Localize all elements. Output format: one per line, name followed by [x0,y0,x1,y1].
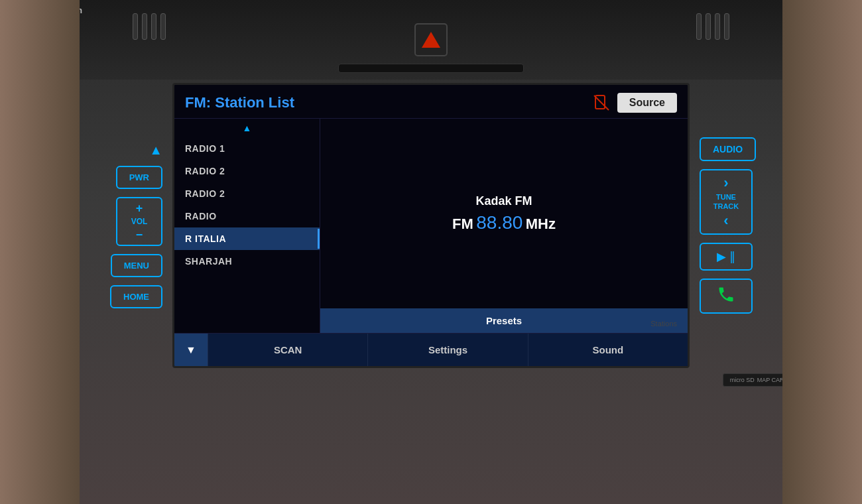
screen-header: FM: Station List Source [174,85,688,119]
header-right: Source [592,93,677,113]
tune-track-group: › TUNETRACK ‹ [700,169,753,234]
freq-unit: MHz [526,216,556,232]
hazard-triangle-icon [422,32,440,48]
vol-label: VOL [131,217,148,226]
vol-group: + VOL − [116,197,162,246]
now-playing: Kadak FM FM 88.80 MHz [320,119,688,308]
play-pause-button[interactable]: ▶ ‖ [700,243,753,271]
settings-button[interactable]: Settings [367,334,527,367]
scroll-down-button[interactable]: ▼ [174,334,208,367]
right-controls: AUDIO › TUNETRACK ‹ ▶ ‖ [690,137,796,313]
vol-down-button[interactable]: − [136,229,143,241]
home-button[interactable]: HOME [110,285,162,308]
no-phone-icon [592,94,611,112]
vol-up-button[interactable]: + [136,202,143,214]
top-bar: © DUBICARS.com [0,0,862,80]
micro-sd-label: micro SD [730,377,755,383]
left-controls: ▲ PWR + VOL − MENU HOME [66,143,172,308]
source-button[interactable]: Source [617,93,677,113]
watermark: © DUBICARS.com [8,5,82,15]
map-card-label: MAP CARD [757,377,788,383]
screen-container: FM: Station List Source [172,83,690,368]
frequency-value: 88.80 [476,212,523,233]
car-panel: © DUBICARS.com ▲ PWR + VOL − [0,0,862,504]
band-label: FM [452,216,473,232]
screen-body: ▲ RADIO 1 RADIO 2 RADIO 2 RADIO R ITALIA… [174,119,688,333]
tune-label: TUNETRACK [713,193,739,210]
tune-back-button[interactable]: ‹ [723,212,728,229]
frequency-display: FM 88.80 MHz [452,212,556,233]
cd-slot [338,64,524,73]
audio-button[interactable]: AUDIO [700,137,756,161]
list-item[interactable]: RADIO [174,205,320,227]
hazard-button[interactable] [414,23,448,56]
vent-left [133,13,166,40]
right-panel: Kadak FM FM 88.80 MHz Presets [320,119,688,333]
station-name: Kadak FM [475,194,532,208]
list-item[interactable]: RADIO 1 [174,137,320,160]
presets-button[interactable]: Presets [320,308,688,333]
phone-icon [717,285,735,304]
list-item[interactable]: RADIO 2 [174,182,320,205]
scan-button[interactable]: SCAN [208,334,367,367]
menu-button[interactable]: MENU [111,254,162,277]
list-item[interactable]: RADIO 2 [174,160,320,182]
list-item[interactable]: SHARJAH [174,250,320,273]
eject-button[interactable]: ▲ [149,143,162,158]
phone-button[interactable] [700,279,753,314]
scroll-up-icon[interactable]: ▲ [174,119,320,137]
station-list: ▲ RADIO 1 RADIO 2 RADIO 2 RADIO R ITALIA… [174,119,320,333]
sound-button[interactable]: Sound [528,334,688,367]
tune-forward-button[interactable]: › [723,174,728,192]
stations-label: Stations [650,320,677,328]
main-unit: ▲ PWR + VOL − MENU HOME FM: Station List [66,83,796,368]
vent-right [696,13,729,40]
list-item-active[interactable]: R ITALIA [174,227,320,250]
footer-buttons: SCAN Settings Sound [208,334,688,367]
svg-line-1 [594,95,609,110]
bottom-area: micro SD MAP CARD [66,368,796,392]
pwr-button[interactable]: PWR [116,166,162,189]
screen: FM: Station List Source [174,85,688,366]
screen-footer: ▼ SCAN Settings Sound [174,333,688,366]
micro-sd-slot: micro SD MAP CARD [723,373,796,387]
screen-title: FM: Station List [185,94,294,111]
